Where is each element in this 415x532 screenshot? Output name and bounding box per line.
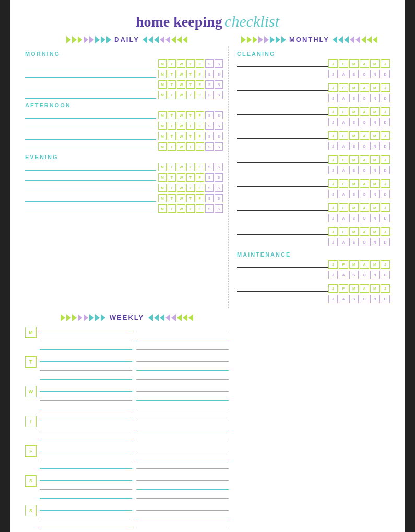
month-box[interactable]: N xyxy=(370,70,380,78)
month-box[interactable]: D xyxy=(381,214,390,222)
month-box[interactable]: A xyxy=(360,59,369,68)
day-box-w[interactable]: W xyxy=(177,173,185,182)
month-box[interactable]: O xyxy=(360,190,369,198)
month-box[interactable]: M xyxy=(370,59,380,68)
month-box[interactable]: N xyxy=(370,190,380,198)
month-box[interactable]: J xyxy=(381,227,390,236)
month-box[interactable]: J xyxy=(381,131,390,140)
month-box[interactable]: A xyxy=(339,295,348,303)
month-box[interactable]: J xyxy=(328,295,338,303)
day-box-s[interactable]: S xyxy=(215,204,223,213)
month-box[interactable]: J xyxy=(328,284,338,293)
month-box[interactable]: O xyxy=(360,238,369,246)
day-box-s[interactable]: S xyxy=(205,173,214,182)
month-box[interactable]: A xyxy=(339,94,348,102)
month-box[interactable]: D xyxy=(381,70,390,78)
day-box-m[interactable]: M xyxy=(158,59,167,68)
month-box[interactable]: S xyxy=(349,190,359,198)
month-box[interactable]: N xyxy=(370,94,380,102)
day-box-s[interactable]: S xyxy=(215,142,223,151)
month-box[interactable]: A xyxy=(360,227,369,236)
day-box-m[interactable]: M xyxy=(158,163,167,171)
day-box-t[interactable]: T xyxy=(186,142,195,151)
month-box[interactable]: O xyxy=(360,118,369,126)
month-box[interactable]: J xyxy=(328,155,338,164)
month-box[interactable]: A xyxy=(360,179,369,188)
day-box-m[interactable]: M xyxy=(158,91,167,99)
day-box-t[interactable]: T xyxy=(186,194,195,202)
day-box-t[interactable]: T xyxy=(186,204,195,213)
month-box[interactable]: M xyxy=(370,227,380,236)
month-box[interactable]: A xyxy=(360,260,369,269)
month-box[interactable]: M xyxy=(370,203,380,212)
month-box[interactable]: J xyxy=(328,70,338,78)
day-box-t[interactable]: T xyxy=(168,163,176,171)
month-box[interactable]: F xyxy=(339,155,348,164)
month-box[interactable]: F xyxy=(339,131,348,140)
month-box[interactable]: J xyxy=(328,203,338,212)
month-box[interactable]: J xyxy=(381,83,390,92)
day-box-f[interactable]: F xyxy=(196,173,204,182)
day-box-m[interactable]: M xyxy=(158,111,167,119)
month-box[interactable]: J xyxy=(328,227,338,236)
month-box[interactable]: M xyxy=(370,260,380,269)
month-box[interactable]: N xyxy=(370,142,380,150)
month-box[interactable]: A xyxy=(360,155,369,164)
month-box[interactable]: M xyxy=(370,155,380,164)
month-box[interactable]: A xyxy=(339,214,348,222)
day-box-s[interactable]: S xyxy=(205,142,214,151)
day-box-w[interactable]: W xyxy=(177,70,185,78)
month-box[interactable]: M xyxy=(349,179,359,188)
day-box-t[interactable]: T xyxy=(168,204,176,213)
month-box[interactable]: D xyxy=(381,190,390,198)
day-box-m[interactable]: M xyxy=(158,184,167,192)
month-box[interactable]: S xyxy=(349,271,359,279)
day-box-t[interactable]: T xyxy=(186,70,195,78)
day-box-s[interactable]: S xyxy=(215,184,223,192)
month-box[interactable]: S xyxy=(349,94,359,102)
month-box[interactable]: O xyxy=(360,94,369,102)
day-box-f[interactable]: F xyxy=(196,204,204,213)
day-box-t[interactable]: T xyxy=(186,91,195,99)
day-box-s[interactable]: S xyxy=(215,194,223,202)
month-box[interactable]: A xyxy=(360,203,369,212)
day-box-t[interactable]: T xyxy=(168,194,176,202)
day-box-m[interactable]: M xyxy=(158,80,167,89)
month-box[interactable]: J xyxy=(381,107,390,116)
month-box[interactable]: J xyxy=(381,284,390,293)
day-box-w[interactable]: W xyxy=(177,194,185,202)
day-box-w[interactable]: W xyxy=(177,59,185,68)
day-box-w[interactable]: W xyxy=(177,122,185,130)
day-box-w[interactable]: W xyxy=(177,163,185,171)
month-box[interactable]: N xyxy=(370,295,380,303)
day-box-t[interactable]: T xyxy=(186,122,195,130)
month-box[interactable]: A xyxy=(339,271,348,279)
month-box[interactable]: D xyxy=(381,238,390,246)
month-box[interactable]: J xyxy=(328,59,338,68)
month-box[interactable]: J xyxy=(328,94,338,102)
month-box[interactable]: F xyxy=(339,59,348,68)
day-box-t[interactable]: T xyxy=(186,111,195,119)
month-box[interactable]: M xyxy=(349,260,359,269)
day-box-f[interactable]: F xyxy=(196,132,204,140)
month-box[interactable]: J xyxy=(328,190,338,198)
month-box[interactable]: D xyxy=(381,295,390,303)
day-box-m[interactable]: M xyxy=(158,204,167,213)
day-box-t[interactable]: T xyxy=(168,91,176,99)
day-box-s[interactable]: S xyxy=(215,70,223,78)
month-box[interactable]: J xyxy=(328,83,338,92)
month-box[interactable]: O xyxy=(360,271,369,279)
day-box-t[interactable]: T xyxy=(168,173,176,182)
day-box-f[interactable]: F xyxy=(196,111,204,119)
day-box-f[interactable]: F xyxy=(196,59,204,68)
day-box-s[interactable]: S xyxy=(215,59,223,68)
day-box-t[interactable]: T xyxy=(168,142,176,151)
month-box[interactable]: J xyxy=(328,271,338,279)
weekly-day-letter[interactable]: F xyxy=(25,445,37,457)
day-box-w[interactable]: W xyxy=(177,80,185,89)
day-box-t[interactable]: T xyxy=(168,122,176,130)
day-box-s[interactable]: S xyxy=(215,163,223,171)
month-box[interactable]: A xyxy=(339,190,348,198)
day-box-t[interactable]: T xyxy=(168,111,176,119)
day-box-f[interactable]: F xyxy=(196,70,204,78)
